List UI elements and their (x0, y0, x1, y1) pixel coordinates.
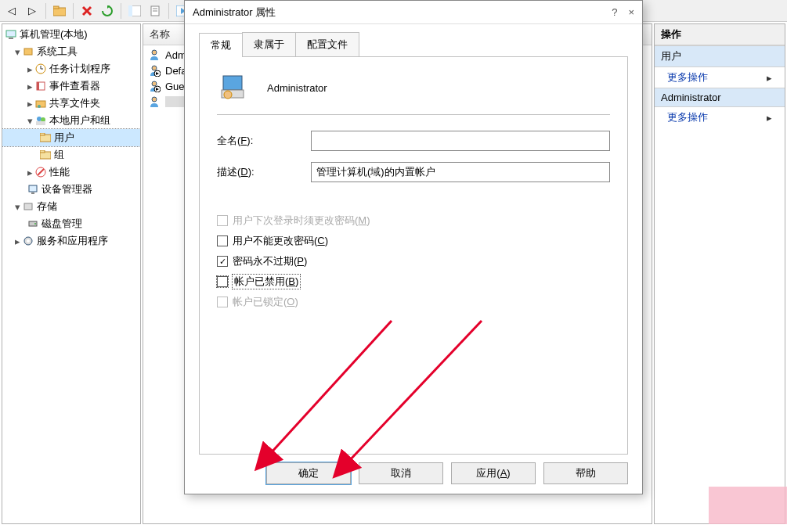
user-disabled-icon (148, 80, 161, 92)
folder-icon (40, 133, 51, 142)
toolbar-fwd-icon[interactable]: ▷ (23, 2, 41, 20)
help-button[interactable]: 帮助 (543, 462, 628, 484)
tree-shared-folders[interactable]: ▸ 共享文件夹 (2, 95, 140, 112)
actions-section-users[interactable]: 用户 (655, 45, 785, 67)
user-disabled-icon (148, 64, 161, 77)
toolbar-close-icon[interactable] (78, 2, 96, 20)
expand-icon: ▸ (15, 235, 23, 247)
svg-rect-27 (36, 121, 45, 125)
tab-strip: 常规 隶属于 配置文件 (199, 32, 628, 57)
toolbar-props-icon[interactable] (146, 2, 164, 20)
book-icon (35, 81, 46, 92)
tree-local-users-groups[interactable]: ▾ 本地用户和组 (2, 112, 140, 129)
dialog-help-button[interactable]: ? (612, 6, 617, 18)
no-icon (35, 167, 46, 178)
description-input[interactable] (311, 162, 610, 182)
tree-root-computer-management[interactable]: 算机管理(本地) (2, 26, 140, 43)
ok-button[interactable]: 确定 (266, 462, 351, 484)
tree-pane: 算机管理(本地) ▾ 系统工具 ▸ 任务计划程序 ▸ 事件查看器 ▸ 共享文件夹 (2, 23, 141, 524)
collapse-icon: ▾ (15, 46, 23, 58)
tab-profile[interactable]: 配置文件 (295, 32, 359, 56)
svg-rect-16 (9, 38, 13, 39)
checkbox-account-locked: 帐户已锁定(O) (217, 295, 610, 309)
svg-rect-23 (36, 101, 45, 107)
actions-section-administrator[interactable]: Administrator (655, 88, 785, 107)
wrench-icon (23, 46, 34, 57)
checkbox-icon (217, 215, 228, 226)
description-label: 描述(D): (217, 165, 311, 179)
expand-icon: ▸ (27, 63, 35, 75)
dialog-close-button[interactable]: × (628, 6, 634, 18)
user-avatar-icon (217, 71, 248, 105)
toolbar-folder-icon[interactable] (51, 2, 68, 20)
svg-rect-31 (40, 150, 45, 153)
tree-device-manager[interactable]: 设备管理器 (2, 181, 140, 198)
dialog-titlebar[interactable]: Administrator 属性 ? × (185, 1, 642, 24)
svg-point-45 (152, 81, 157, 86)
actions-more-admin[interactable]: 更多操作▸ (655, 107, 785, 128)
tree-disk-management[interactable]: 磁盘管理 (2, 215, 140, 232)
svg-point-42 (152, 66, 157, 70)
svg-rect-34 (29, 185, 37, 192)
svg-point-38 (34, 223, 36, 225)
tree-system-tools[interactable]: ▾ 系统工具 (2, 43, 140, 60)
tree-users[interactable]: 用户 (2, 129, 140, 146)
svg-rect-17 (24, 49, 32, 55)
watermark (709, 487, 787, 524)
properties-dialog: Administrator 属性 ? × 常规 隶属于 配置文件 Adminis… (184, 0, 643, 494)
clock-icon (35, 63, 46, 74)
checkbox-account-disabled[interactable]: 帐户已禁用(B) (217, 275, 610, 289)
svg-point-51 (224, 91, 232, 99)
svg-point-24 (38, 105, 41, 108)
tree-groups[interactable]: 组 (2, 146, 140, 164)
collapse-icon: ▾ (27, 115, 35, 127)
tree-task-scheduler[interactable]: ▸ 任务计划程序 (2, 60, 140, 77)
svg-point-41 (152, 50, 157, 55)
separator (217, 114, 610, 115)
actions-pane: 操作 用户 更多操作▸ Administrator 更多操作▸ (654, 23, 785, 524)
expand-icon: ▸ (27, 167, 35, 178)
shared-folder-icon (35, 98, 46, 109)
checkbox-password-never-expires[interactable]: 密码永不过期(P) (217, 254, 610, 268)
tree-event-viewer[interactable]: ▸ 事件查看器 (2, 77, 140, 95)
cancel-button[interactable]: 取消 (359, 462, 443, 484)
svg-rect-6 (128, 5, 132, 16)
fullname-input[interactable] (311, 131, 610, 151)
actions-more-users[interactable]: 更多操作▸ (655, 67, 785, 88)
svg-point-25 (37, 117, 42, 121)
svg-point-40 (27, 239, 30, 243)
svg-rect-49 (223, 76, 242, 90)
checkbox-icon[interactable] (217, 276, 228, 287)
device-icon (27, 184, 38, 195)
expand-icon: ▸ (27, 98, 35, 110)
expand-icon: ▸ (27, 81, 35, 92)
fullname-label: 全名(F): (217, 134, 311, 148)
dialog-title-text: Administrator 属性 (193, 5, 612, 20)
tree-storage[interactable]: ▾ 存储 (2, 198, 140, 215)
disk-icon (27, 218, 38, 229)
computer-icon (5, 29, 16, 40)
actions-header: 操作 (655, 24, 785, 45)
tree-performance[interactable]: ▸ 性能 (2, 164, 140, 181)
toolbar-treeview-icon[interactable] (126, 2, 143, 20)
tab-memberof[interactable]: 隶属于 (242, 32, 296, 56)
svg-rect-1 (53, 6, 59, 9)
svg-rect-22 (37, 82, 39, 90)
toolbar-refresh-icon[interactable] (99, 2, 116, 20)
storage-icon (23, 201, 34, 212)
checkbox-icon[interactable] (217, 235, 228, 246)
tab-general[interactable]: 常规 (199, 33, 243, 57)
svg-rect-15 (6, 31, 16, 37)
svg-rect-36 (24, 203, 32, 210)
svg-rect-35 (31, 192, 34, 194)
tree-services-apps[interactable]: ▸ 服务和应用程序 (2, 232, 140, 250)
gear-icon (23, 235, 34, 246)
svg-rect-29 (40, 133, 45, 135)
toolbar-back-icon[interactable]: ◁ (3, 2, 20, 20)
user-icon (148, 95, 161, 108)
username-label: Administrator (267, 82, 327, 94)
checkbox-checked-icon[interactable] (217, 256, 228, 267)
apply-button[interactable]: 应用(A) (451, 462, 536, 484)
checkbox-icon (217, 297, 228, 307)
checkbox-cannot-change-password[interactable]: 用户不能更改密码(C) (217, 234, 610, 248)
